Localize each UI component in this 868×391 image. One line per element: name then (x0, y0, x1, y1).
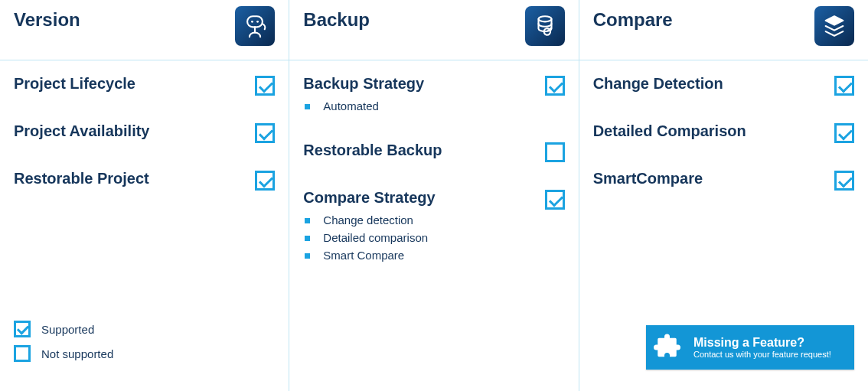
database-restore-icon (525, 6, 565, 46)
column-compare: Compare Change Detection Detailed Compar… (579, 0, 868, 391)
svg-point-3 (538, 16, 551, 21)
svg-point-1 (251, 21, 253, 23)
bullet-item: Change detection (305, 211, 535, 229)
column-backup: Backup Backup Strategy Automated (289, 0, 578, 391)
checkbox-icon (834, 123, 854, 143)
checkbox-icon (545, 76, 565, 96)
legend-label: Supported (41, 323, 94, 336)
feature-title: Restorable Project (14, 169, 246, 187)
column-title: Version (14, 6, 80, 31)
svg-point-2 (256, 21, 259, 23)
svg-rect-0 (247, 16, 263, 27)
cta-text: Missing a Feature? Contact us with your … (693, 335, 831, 360)
feature-row: SmartCompare (593, 169, 854, 191)
feature-row: Change Detection (593, 74, 854, 96)
robot-icon (235, 6, 275, 46)
feature-title: Project Lifecycle (14, 74, 246, 93)
column-header: Compare (593, 6, 854, 60)
checkbox-icon (255, 76, 275, 96)
missing-feature-cta[interactable]: Missing a Feature? Contact us with your … (646, 325, 854, 370)
feature-row: Detailed Comparison (593, 122, 854, 143)
feature-row: Restorable Project (14, 169, 275, 191)
checkbox-icon (834, 171, 854, 191)
checkbox-icon (255, 123, 275, 143)
column-title: Compare (593, 6, 673, 31)
feature-row: Project Availability (14, 122, 275, 143)
feature-row: Restorable Backup (303, 141, 564, 162)
feature-title: Detailed Comparison (593, 122, 825, 140)
feature-row: Compare Strategy Change detection Detail… (303, 188, 564, 264)
checkbox-empty-icon (545, 142, 565, 162)
column-header: Backup (303, 6, 564, 60)
feature-bullets: Change detection Detailed comparison Sma… (303, 211, 535, 264)
column-title: Backup (303, 6, 370, 31)
cta-title: Missing a Feature? (693, 335, 831, 350)
legend-row-not-supported: Not supported (14, 345, 113, 362)
header-divider (289, 60, 578, 60)
feature-title: Project Availability (14, 122, 246, 140)
puzzle-icon (654, 331, 686, 363)
cta-subtitle: Contact us with your feature request! (693, 350, 831, 360)
legend-label: Not supported (41, 347, 113, 360)
feature-title: SmartCompare (593, 169, 825, 187)
column-header: Version (14, 6, 275, 60)
bullet-item: Automated (305, 97, 535, 115)
checkbox-icon (14, 321, 31, 337)
feature-row: Project Lifecycle (14, 74, 275, 96)
feature-title: Compare Strategy (303, 188, 535, 207)
feature-comparison-grid: Version Project Lifecycle (0, 0, 868, 391)
bullet-item: Smart Compare (305, 246, 535, 264)
feature-title: Restorable Backup (303, 141, 535, 159)
checkbox-icon (834, 76, 854, 96)
feature-bullets: Automated (303, 97, 535, 115)
legend: Supported Not supported (14, 321, 113, 370)
header-divider (0, 60, 289, 60)
feature-title: Backup Strategy (303, 74, 535, 93)
layers-icon (814, 6, 854, 46)
feature-row: Backup Strategy Automated (303, 74, 564, 115)
checkbox-icon (545, 190, 565, 210)
bullet-item: Detailed comparison (305, 229, 535, 246)
column-version: Version Project Lifecycle (0, 0, 289, 391)
checkbox-icon (255, 171, 275, 191)
header-divider (579, 60, 868, 60)
legend-row-supported: Supported (14, 321, 113, 337)
checkbox-empty-icon (14, 345, 31, 362)
feature-title: Change Detection (593, 74, 825, 93)
